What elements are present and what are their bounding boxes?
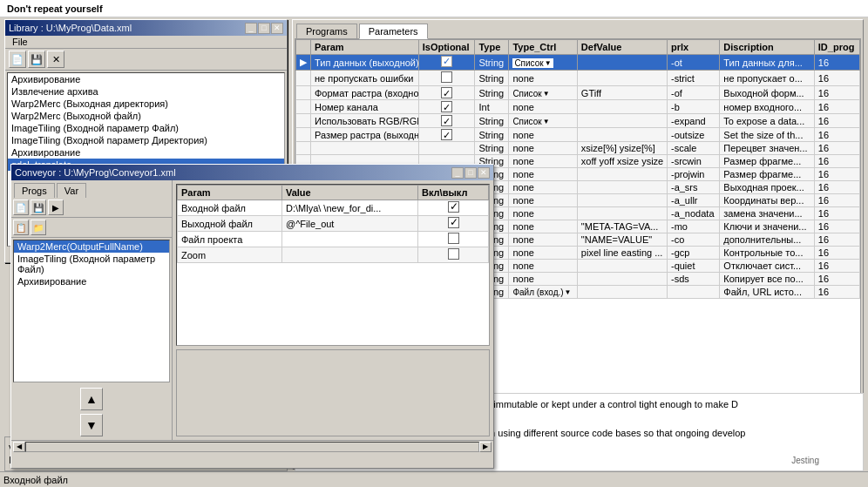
table-cell[interactable] xyxy=(577,207,667,220)
table-cell[interactable]: 16 xyxy=(814,194,859,207)
table-cell[interactable] xyxy=(311,142,419,155)
table-cell[interactable]: Номер канала xyxy=(311,100,419,114)
table-cell[interactable]: 16 xyxy=(814,181,859,194)
table-cell[interactable]: none xyxy=(509,71,577,86)
table-cell[interactable] xyxy=(577,273,667,286)
program-list-item[interactable]: Архивирование xyxy=(14,275,169,287)
col-defvalue[interactable]: DefValue xyxy=(577,40,667,55)
table-cell[interactable]: Ключи и значени... xyxy=(720,220,814,233)
table-cell[interactable]: 16 xyxy=(814,207,859,220)
table-cell[interactable]: Размер фрагме... xyxy=(720,168,814,181)
table-cell[interactable]: none xyxy=(509,194,577,207)
table-cell[interactable]: -projwin xyxy=(667,168,719,181)
table-cell[interactable] xyxy=(418,142,475,155)
table-cell[interactable]: 16 xyxy=(814,55,859,71)
table-cell[interactable]: Тип данных для... xyxy=(720,55,814,71)
conv-table-cell[interactable] xyxy=(281,247,417,263)
move-down-btn[interactable]: ▼ xyxy=(80,414,103,436)
table-cell[interactable] xyxy=(577,168,667,181)
conv-table-cell[interactable] xyxy=(418,247,489,263)
table-cell[interactable]: -a_srs xyxy=(667,181,719,194)
table-cell[interactable]: Размер фрагме... xyxy=(720,155,814,168)
library-menu-file[interactable]: File xyxy=(9,36,31,48)
table-cell[interactable]: String xyxy=(475,128,509,142)
table-cell[interactable]: none xyxy=(509,233,577,247)
tab-programs[interactable]: Programs xyxy=(296,24,357,38)
table-cell[interactable] xyxy=(667,286,719,299)
table-cell[interactable]: xsize[%] ysize[%] xyxy=(577,142,667,155)
table-cell[interactable]: none xyxy=(509,168,577,181)
table-cell[interactable]: 16 xyxy=(814,100,859,114)
table-cell[interactable]: 16 xyxy=(814,114,859,128)
table-cell[interactable]: Отключает сист... xyxy=(720,260,814,273)
conv-table-cell[interactable]: D:\Мlya\ \new_for_di... xyxy=(281,200,417,216)
conv-table-cell[interactable]: ✓ xyxy=(418,216,489,232)
table-cell[interactable]: 16 xyxy=(814,142,859,155)
list-item[interactable]: Архивирование xyxy=(8,146,284,159)
table-cell[interactable]: none xyxy=(509,181,577,194)
library-save-btn[interactable]: 💾 xyxy=(28,51,45,68)
table-cell[interactable]: Контрольные то... xyxy=(720,247,814,260)
table-cell[interactable]: ✓ xyxy=(418,86,475,100)
table-cell[interactable]: ✓ xyxy=(418,100,475,114)
table-cell[interactable] xyxy=(577,128,667,142)
conv-col-enabled[interactable]: Вкл\выкл xyxy=(418,186,489,200)
conveyor-minimize-btn[interactable]: _ xyxy=(451,167,464,179)
library-close-btn[interactable]: ✕ xyxy=(271,23,283,34)
table-cell[interactable] xyxy=(577,181,667,194)
table-cell[interactable]: ✓ xyxy=(418,128,475,142)
table-cell[interactable] xyxy=(577,194,667,207)
col-isoptional[interactable]: IsOptional xyxy=(418,40,475,55)
table-cell[interactable]: none xyxy=(509,260,577,273)
table-cell[interactable] xyxy=(577,286,667,299)
list-item[interactable]: ImageTiling (Входной параметр Файл) xyxy=(8,122,284,134)
library-new-btn[interactable]: 📄 xyxy=(9,51,26,68)
program-list-item-selected[interactable]: Warp2Merc(OutputFullName) xyxy=(14,240,169,253)
conveyor-close-btn[interactable]: ✕ xyxy=(478,167,490,179)
table-cell[interactable]: xoff yoff xsize ysize xyxy=(577,155,667,168)
table-cell[interactable]: 16 xyxy=(814,273,859,286)
table-cell[interactable]: "META-TAG=VA... xyxy=(577,220,667,233)
table-cell[interactable]: Файл, URL исто... xyxy=(720,286,814,299)
table-cell[interactable]: не пропускать ошибки xyxy=(311,71,419,86)
table-cell[interactable]: none xyxy=(509,247,577,260)
table-cell[interactable]: 16 xyxy=(814,128,859,142)
table-cell[interactable]: ✓ xyxy=(418,114,475,128)
table-cell[interactable]: 16 xyxy=(814,233,859,247)
table-cell[interactable] xyxy=(577,114,667,128)
table-cell[interactable]: none xyxy=(509,207,577,220)
table-cell[interactable]: Координаты вер... xyxy=(720,194,814,207)
table-cell[interactable]: Int xyxy=(475,100,509,114)
conv-table-cell[interactable] xyxy=(281,232,417,247)
list-item[interactable]: Warp2Merc (Выходной файл) xyxy=(8,110,284,122)
move-up-btn[interactable]: ▲ xyxy=(80,388,103,410)
table-cell[interactable]: 16 xyxy=(814,220,859,233)
table-cell[interactable] xyxy=(418,71,475,86)
table-cell[interactable]: -quiet xyxy=(667,260,719,273)
table-cell[interactable]: 16 xyxy=(814,247,859,260)
conveyor-scrollbar-left-btn[interactable]: ◀ xyxy=(13,442,25,452)
table-cell[interactable]: Выходной форм... xyxy=(720,86,814,100)
table-cell[interactable]: GTiff xyxy=(577,86,667,100)
list-item[interactable]: Warp2Merc (Выходная директория) xyxy=(8,98,284,110)
conv-table-cell[interactable]: Файл проекта xyxy=(178,232,282,247)
col-prlx[interactable]: prlx xyxy=(667,40,719,55)
table-cell[interactable]: 16 xyxy=(814,286,859,299)
tab-progs[interactable]: Progs xyxy=(14,183,55,198)
table-cell[interactable]: Set the size of th... xyxy=(720,128,814,142)
table-cell[interactable]: 16 xyxy=(814,155,859,168)
conv-col-value[interactable]: Value xyxy=(281,186,417,200)
table-cell[interactable]: none xyxy=(509,100,577,114)
table-cell[interactable]: 16 xyxy=(814,71,859,86)
conveyor-maximize-btn[interactable]: □ xyxy=(465,167,477,179)
table-cell[interactable]: -outsize xyxy=(667,128,719,142)
list-item[interactable]: Архивирование xyxy=(8,73,284,85)
library-delete-btn[interactable]: ✕ xyxy=(47,51,64,68)
col-type[interactable]: Type xyxy=(475,40,509,55)
library-maximize-btn[interactable]: □ xyxy=(258,23,270,34)
table-cell[interactable] xyxy=(577,260,667,273)
table-cell[interactable]: Тип данных (выходной) xyxy=(311,55,419,71)
col-id-prog[interactable]: ID_prog xyxy=(814,40,859,55)
conv-folder-btn[interactable]: 📁 xyxy=(31,220,46,235)
table-cell[interactable]: ✓ xyxy=(418,55,475,71)
